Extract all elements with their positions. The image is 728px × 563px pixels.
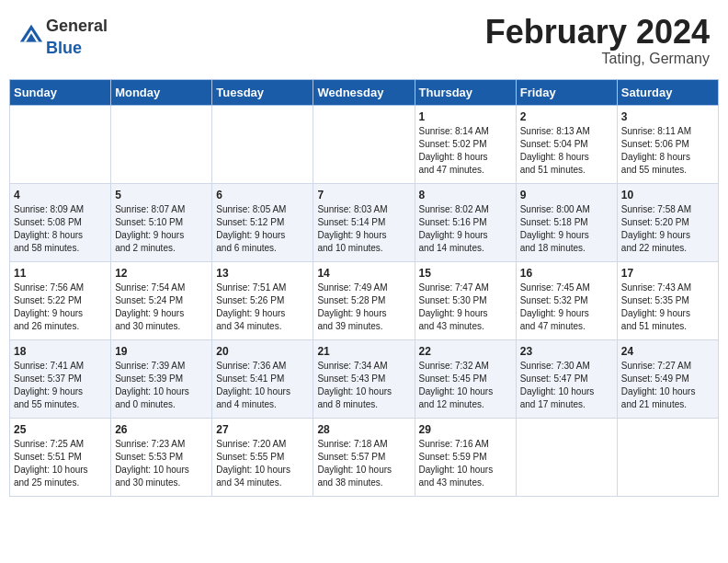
calendar-cell: 14Sunrise: 7:49 AM Sunset: 5:28 PM Dayli… bbox=[313, 261, 415, 339]
calendar-cell: 13Sunrise: 7:51 AM Sunset: 5:26 PM Dayli… bbox=[212, 261, 313, 339]
calendar-cell: 2Sunrise: 8:13 AM Sunset: 5:04 PM Daylig… bbox=[516, 105, 617, 183]
day-number: 23 bbox=[520, 345, 613, 358]
calendar-week-row: 25Sunrise: 7:25 AM Sunset: 5:51 PM Dayli… bbox=[10, 418, 719, 496]
calendar-table: SundayMondayTuesdayWednesdayThursdayFrid… bbox=[9, 79, 719, 497]
day-number: 19 bbox=[115, 345, 208, 358]
day-of-week-header: Sunday bbox=[10, 79, 111, 105]
calendar-cell: 17Sunrise: 7:43 AM Sunset: 5:35 PM Dayli… bbox=[617, 261, 718, 339]
calendar-cell: 5Sunrise: 8:07 AM Sunset: 5:10 PM Daylig… bbox=[111, 183, 212, 261]
day-number: 14 bbox=[317, 267, 410, 280]
day-of-week-header: Tuesday bbox=[212, 79, 313, 105]
day-number: 13 bbox=[216, 267, 309, 280]
calendar-cell: 23Sunrise: 7:30 AM Sunset: 5:47 PM Dayli… bbox=[516, 339, 617, 418]
day-number: 16 bbox=[520, 267, 613, 280]
logo: General Blue bbox=[18, 14, 108, 58]
calendar-cell: 28Sunrise: 7:18 AM Sunset: 5:57 PM Dayli… bbox=[313, 418, 415, 496]
day-number: 21 bbox=[317, 345, 410, 358]
day-info: Sunrise: 7:43 AM Sunset: 5:35 PM Dayligh… bbox=[621, 282, 714, 333]
calendar-cell: 21Sunrise: 7:34 AM Sunset: 5:43 PM Dayli… bbox=[313, 339, 415, 418]
calendar-cell: 15Sunrise: 7:47 AM Sunset: 5:30 PM Dayli… bbox=[415, 261, 516, 339]
day-info: Sunrise: 8:02 AM Sunset: 5:16 PM Dayligh… bbox=[419, 203, 512, 255]
day-number: 29 bbox=[419, 423, 512, 436]
day-info: Sunrise: 7:36 AM Sunset: 5:41 PM Dayligh… bbox=[216, 360, 309, 411]
calendar-week-row: 1Sunrise: 8:14 AM Sunset: 5:02 PM Daylig… bbox=[10, 105, 719, 183]
calendar-cell: 20Sunrise: 7:36 AM Sunset: 5:41 PM Dayli… bbox=[212, 339, 313, 418]
day-number: 6 bbox=[216, 189, 309, 201]
calendar-cell bbox=[111, 105, 212, 183]
day-info: Sunrise: 7:18 AM Sunset: 5:57 PM Dayligh… bbox=[317, 438, 410, 489]
day-number: 1 bbox=[419, 110, 512, 123]
day-info: Sunrise: 7:58 AM Sunset: 5:20 PM Dayligh… bbox=[621, 203, 714, 255]
calendar-header-row: SundayMondayTuesdayWednesdayThursdayFrid… bbox=[10, 79, 719, 105]
day-number: 24 bbox=[621, 345, 714, 358]
day-number: 11 bbox=[14, 267, 107, 280]
logo-general-text: General bbox=[46, 17, 108, 35]
day-info: Sunrise: 7:20 AM Sunset: 5:55 PM Dayligh… bbox=[216, 438, 309, 489]
day-info: Sunrise: 7:45 AM Sunset: 5:32 PM Dayligh… bbox=[520, 282, 613, 333]
day-info: Sunrise: 7:30 AM Sunset: 5:47 PM Dayligh… bbox=[520, 360, 613, 411]
day-number: 10 bbox=[621, 189, 714, 201]
day-number: 15 bbox=[419, 267, 512, 280]
calendar-week-row: 18Sunrise: 7:41 AM Sunset: 5:37 PM Dayli… bbox=[10, 339, 719, 418]
title-block: February 2024 Tating, Germany bbox=[485, 14, 710, 67]
calendar-cell: 4Sunrise: 8:09 AM Sunset: 5:08 PM Daylig… bbox=[10, 183, 111, 261]
day-info: Sunrise: 7:49 AM Sunset: 5:28 PM Dayligh… bbox=[317, 282, 410, 333]
calendar-cell: 19Sunrise: 7:39 AM Sunset: 5:39 PM Dayli… bbox=[111, 339, 212, 418]
day-number: 7 bbox=[317, 189, 410, 201]
day-info: Sunrise: 7:27 AM Sunset: 5:49 PM Dayligh… bbox=[621, 360, 714, 411]
calendar-cell bbox=[516, 418, 617, 496]
calendar-week-row: 11Sunrise: 7:56 AM Sunset: 5:22 PM Dayli… bbox=[10, 261, 719, 339]
day-of-week-header: Wednesday bbox=[313, 79, 415, 105]
day-of-week-header: Monday bbox=[111, 79, 212, 105]
day-info: Sunrise: 7:41 AM Sunset: 5:37 PM Dayligh… bbox=[14, 360, 107, 411]
day-number: 5 bbox=[115, 189, 208, 201]
day-number: 17 bbox=[621, 267, 714, 280]
calendar-cell: 22Sunrise: 7:32 AM Sunset: 5:45 PM Dayli… bbox=[415, 339, 516, 418]
calendar-cell: 7Sunrise: 8:03 AM Sunset: 5:14 PM Daylig… bbox=[313, 183, 415, 261]
day-of-week-header: Saturday bbox=[617, 79, 718, 105]
day-info: Sunrise: 7:32 AM Sunset: 5:45 PM Dayligh… bbox=[419, 360, 512, 411]
day-number: 26 bbox=[115, 423, 208, 436]
calendar-cell bbox=[212, 105, 313, 183]
day-info: Sunrise: 7:56 AM Sunset: 5:22 PM Dayligh… bbox=[14, 282, 107, 333]
day-info: Sunrise: 7:23 AM Sunset: 5:53 PM Dayligh… bbox=[115, 438, 208, 489]
day-info: Sunrise: 8:09 AM Sunset: 5:08 PM Dayligh… bbox=[14, 203, 107, 255]
calendar-cell: 8Sunrise: 8:02 AM Sunset: 5:16 PM Daylig… bbox=[415, 183, 516, 261]
day-number: 12 bbox=[115, 267, 208, 280]
day-info: Sunrise: 8:07 AM Sunset: 5:10 PM Dayligh… bbox=[115, 203, 208, 255]
day-info: Sunrise: 8:05 AM Sunset: 5:12 PM Dayligh… bbox=[216, 203, 309, 255]
calendar-cell: 18Sunrise: 7:41 AM Sunset: 5:37 PM Dayli… bbox=[10, 339, 111, 418]
day-info: Sunrise: 7:25 AM Sunset: 5:51 PM Dayligh… bbox=[14, 438, 107, 489]
calendar-cell: 11Sunrise: 7:56 AM Sunset: 5:22 PM Dayli… bbox=[10, 261, 111, 339]
calendar-cell: 25Sunrise: 7:25 AM Sunset: 5:51 PM Dayli… bbox=[10, 418, 111, 496]
calendar-cell bbox=[617, 418, 718, 496]
day-number: 4 bbox=[14, 189, 107, 201]
day-of-week-header: Friday bbox=[516, 79, 617, 105]
day-number: 9 bbox=[520, 189, 613, 201]
day-info: Sunrise: 8:13 AM Sunset: 5:04 PM Dayligh… bbox=[520, 125, 613, 177]
day-number: 20 bbox=[216, 345, 309, 358]
day-number: 3 bbox=[621, 110, 714, 123]
day-of-week-header: Thursday bbox=[415, 79, 516, 105]
day-info: Sunrise: 7:39 AM Sunset: 5:39 PM Dayligh… bbox=[115, 360, 208, 411]
calendar-cell: 16Sunrise: 7:45 AM Sunset: 5:32 PM Dayli… bbox=[516, 261, 617, 339]
logo-icon bbox=[18, 23, 44, 49]
calendar-cell: 27Sunrise: 7:20 AM Sunset: 5:55 PM Dayli… bbox=[212, 418, 313, 496]
day-number: 27 bbox=[216, 423, 309, 436]
day-number: 2 bbox=[520, 110, 613, 123]
calendar-cell: 9Sunrise: 8:00 AM Sunset: 5:18 PM Daylig… bbox=[516, 183, 617, 261]
calendar-cell: 1Sunrise: 8:14 AM Sunset: 5:02 PM Daylig… bbox=[415, 105, 516, 183]
day-info: Sunrise: 7:16 AM Sunset: 5:59 PM Dayligh… bbox=[419, 438, 512, 489]
calendar-cell: 3Sunrise: 8:11 AM Sunset: 5:06 PM Daylig… bbox=[617, 105, 718, 183]
day-number: 25 bbox=[14, 423, 107, 436]
calendar-cell: 6Sunrise: 8:05 AM Sunset: 5:12 PM Daylig… bbox=[212, 183, 313, 261]
day-info: Sunrise: 8:11 AM Sunset: 5:06 PM Dayligh… bbox=[621, 125, 714, 177]
day-number: 28 bbox=[317, 423, 410, 436]
day-info: Sunrise: 8:03 AM Sunset: 5:14 PM Dayligh… bbox=[317, 203, 410, 255]
day-info: Sunrise: 7:54 AM Sunset: 5:24 PM Dayligh… bbox=[115, 282, 208, 333]
day-number: 18 bbox=[14, 345, 107, 358]
calendar-cell bbox=[10, 105, 111, 183]
day-info: Sunrise: 7:51 AM Sunset: 5:26 PM Dayligh… bbox=[216, 282, 309, 333]
calendar-cell: 26Sunrise: 7:23 AM Sunset: 5:53 PM Dayli… bbox=[111, 418, 212, 496]
calendar-cell: 29Sunrise: 7:16 AM Sunset: 5:59 PM Dayli… bbox=[415, 418, 516, 496]
